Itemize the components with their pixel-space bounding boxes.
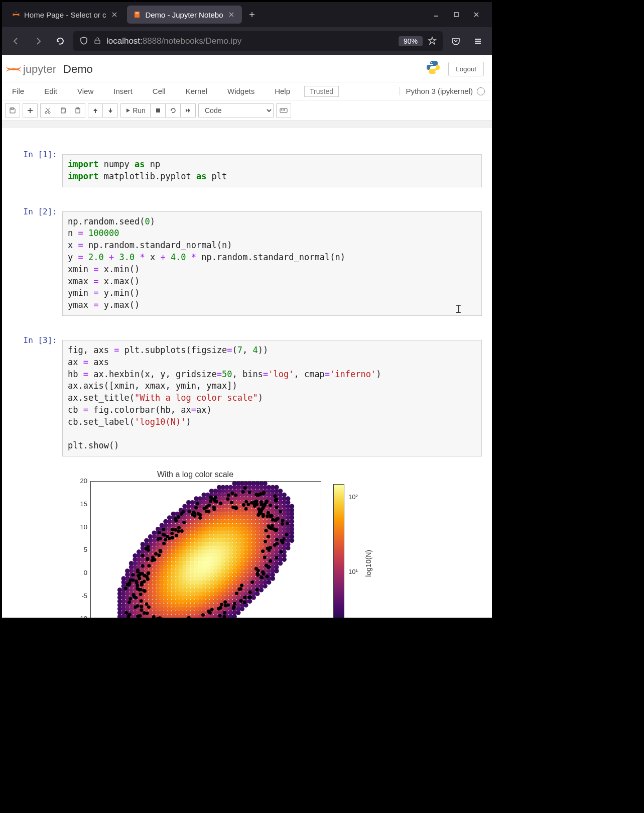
cut-button[interactable]	[40, 103, 55, 118]
trusted-badge[interactable]: Trusted	[304, 86, 339, 97]
svg-point-1401	[201, 613, 205, 617]
shield-icon[interactable]	[79, 36, 88, 47]
copy-button[interactable]	[55, 103, 70, 118]
svg-point-1492	[266, 575, 269, 578]
svg-point-1520	[233, 602, 236, 606]
run-label: Run	[133, 106, 146, 114]
browser-tab-bar: Home Page - Select or c Demo - Jupyter N…	[2, 2, 492, 27]
svg-point-1636	[171, 536, 174, 540]
menu-view[interactable]: View	[67, 84, 103, 98]
svg-point-1597	[268, 526, 271, 529]
code-cell[interactable]: In [3]: fig, axs = plt.subplots(figsize=…	[12, 331, 482, 618]
reload-button[interactable]	[51, 32, 69, 50]
menu-kernel[interactable]: Kernel	[176, 84, 217, 98]
url-text: localhost:8888/notebooks/Demo.ipy	[106, 36, 394, 46]
colorbar-tick-label: 10²	[348, 493, 358, 501]
svg-point-1489	[168, 537, 171, 540]
paste-button[interactable]	[70, 103, 85, 118]
close-window-icon[interactable]	[470, 8, 483, 21]
svg-point-1651	[159, 537, 162, 540]
menu-help[interactable]: Help	[265, 84, 300, 98]
menu-edit[interactable]: Edit	[34, 84, 67, 98]
svg-point-1656	[264, 540, 267, 543]
svg-point-1594	[244, 507, 248, 511]
cell-input[interactable]: np.random.seed(0) n = 100000 x = np.rand…	[62, 211, 482, 316]
svg-point-1612	[282, 537, 286, 541]
svg-point-1487	[240, 584, 243, 587]
svg-point-1280	[271, 576, 275, 580]
svg-point-1604	[275, 518, 279, 521]
svg-point-1229	[263, 584, 267, 589]
svg-rect-4	[454, 13, 458, 17]
command-palette-button[interactable]	[276, 103, 291, 118]
hamburger-icon[interactable]	[469, 32, 487, 50]
minimize-icon[interactable]	[430, 8, 443, 21]
cell-input[interactable]: import numpy as np import matplotlib.pyp…	[62, 154, 482, 187]
menu-widgets[interactable]: Widgets	[217, 84, 265, 98]
svg-point-1384	[140, 608, 143, 612]
code-cell[interactable]: In [1]: import numpy as np import matplo…	[12, 146, 482, 196]
interrupt-button[interactable]	[151, 103, 166, 118]
svg-point-1662	[257, 507, 261, 511]
run-button[interactable]: Run	[120, 103, 151, 118]
svg-point-1516	[255, 572, 259, 575]
cell-type-select[interactable]: Code	[198, 103, 274, 118]
add-cell-button[interactable]	[23, 103, 38, 118]
maximize-icon[interactable]	[450, 8, 463, 21]
restart-button[interactable]	[166, 103, 181, 118]
svg-point-1255	[267, 580, 271, 585]
url-bar[interactable]: localhost:8888/notebooks/Demo.ipy 90%	[73, 31, 443, 51]
svg-point-1622	[162, 533, 165, 536]
back-button[interactable]	[7, 32, 25, 50]
zoom-badge[interactable]: 90%	[399, 36, 423, 46]
lock-icon[interactable]	[93, 37, 101, 46]
svg-point-977	[232, 614, 236, 618]
svg-rect-1	[135, 12, 140, 18]
move-down-button[interactable]	[103, 103, 118, 118]
menu-cell[interactable]: Cell	[143, 84, 176, 98]
logout-button[interactable]: Logout	[448, 62, 484, 76]
save-button[interactable]	[5, 103, 20, 118]
svg-point-1569	[274, 529, 278, 532]
svg-point-1561	[127, 583, 131, 587]
svg-point-1512	[146, 545, 150, 549]
pocket-icon[interactable]	[447, 32, 465, 50]
svg-point-1581	[147, 548, 150, 552]
svg-point-1472	[177, 515, 180, 519]
svg-point-10	[48, 111, 50, 113]
code-cell[interactable]: In [2]: np.random.seed(0) n = 100000 x =…	[12, 203, 482, 324]
svg-point-1503	[255, 493, 259, 497]
hexbin-plot	[91, 482, 321, 618]
svg-point-1437	[162, 528, 165, 531]
move-up-button[interactable]	[88, 103, 103, 118]
close-icon[interactable]	[227, 10, 236, 19]
svg-point-0	[16, 12, 17, 13]
menu-insert[interactable]: Insert	[103, 84, 143, 98]
restart-run-all-button[interactable]	[181, 103, 196, 118]
svg-point-1536	[248, 591, 252, 594]
cell-input[interactable]: fig, axs = plt.subplots(figsize=(7, 4)) …	[62, 340, 482, 456]
svg-point-6	[431, 62, 432, 63]
browser-tab[interactable]: Home Page - Select or c	[6, 6, 125, 24]
kernel-name[interactable]: Python 3 (ipykernel)	[400, 87, 473, 95]
svg-point-1664	[262, 492, 265, 496]
kernel-status-icon[interactable]	[477, 87, 485, 95]
svg-point-1600	[215, 500, 218, 504]
svg-point-1386	[164, 538, 167, 542]
menu-file[interactable]: File	[9, 84, 34, 98]
forward-button[interactable]	[29, 32, 47, 50]
bookmark-star-icon[interactable]	[428, 36, 437, 47]
svg-point-1484	[151, 558, 154, 562]
jupyter-swirl-icon	[6, 62, 21, 77]
browser-tab-active[interactable]: Demo - Jupyter Notebo	[127, 6, 242, 24]
close-icon[interactable]	[110, 10, 119, 19]
svg-point-1607	[260, 575, 263, 579]
jupyter-logo[interactable]: jupyter	[6, 62, 56, 77]
browser-toolbar: localhost:8888/notebooks/Demo.ipy 90%	[2, 27, 492, 55]
notebook-title[interactable]: Demo	[63, 63, 93, 76]
svg-rect-3	[136, 14, 139, 14]
svg-point-1509	[134, 606, 137, 609]
svg-point-1633	[207, 510, 210, 514]
notebook-area[interactable]: In [1]: import numpy as np import matplo…	[2, 128, 492, 618]
new-tab-button[interactable]	[244, 7, 260, 23]
